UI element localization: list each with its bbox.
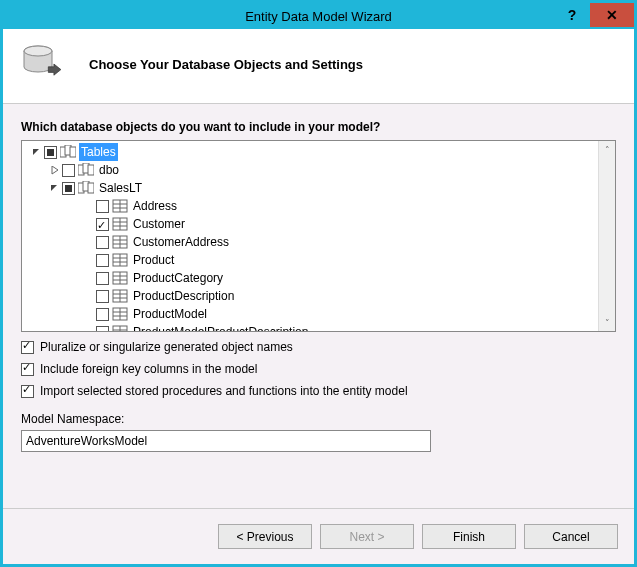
table-icon bbox=[112, 289, 128, 303]
tree-label-customeraddress: CustomerAddress bbox=[131, 233, 231, 251]
namespace-label: Model Namespace: bbox=[21, 412, 616, 426]
tree-node-customer[interactable]: Customer bbox=[24, 215, 598, 233]
tree-label-productcategory: ProductCategory bbox=[131, 269, 225, 287]
schema-icon bbox=[78, 163, 94, 177]
checkbox-dbo[interactable] bbox=[62, 164, 75, 177]
tree-label-productmodelproductdescription: ProductModelProductDescription bbox=[131, 323, 310, 331]
tree-node-productmodel[interactable]: ProductModel bbox=[24, 305, 598, 323]
checkbox-productmodelproductdescription[interactable] bbox=[96, 326, 109, 332]
table-icon bbox=[112, 325, 128, 331]
header-text: Choose Your Database Objects and Setting… bbox=[89, 57, 363, 72]
table-icon bbox=[112, 217, 128, 231]
tree-label-address: Address bbox=[131, 197, 179, 215]
titlebar-buttons: ? ✕ bbox=[554, 3, 634, 27]
checkbox-fk[interactable] bbox=[21, 363, 34, 376]
svg-rect-4 bbox=[70, 147, 76, 157]
tree-node-saleslt[interactable]: SalesLT bbox=[24, 179, 598, 197]
scroll-up-icon[interactable]: ˄ bbox=[599, 141, 615, 158]
table-icon bbox=[112, 253, 128, 267]
checkbox-address[interactable] bbox=[96, 200, 109, 213]
help-button[interactable]: ? bbox=[554, 3, 590, 27]
checkbox-sp[interactable] bbox=[21, 385, 34, 398]
checkbox-product[interactable] bbox=[96, 254, 109, 267]
tree-node-product[interactable]: Product bbox=[24, 251, 598, 269]
tree-label-productdescription: ProductDescription bbox=[131, 287, 236, 305]
scroll-track[interactable] bbox=[599, 158, 615, 314]
schema-icon bbox=[78, 181, 94, 195]
cancel-button[interactable]: Cancel bbox=[524, 524, 618, 549]
prompt-text: Which database objects do you want to in… bbox=[21, 120, 616, 134]
svg-point-1 bbox=[24, 46, 52, 56]
finish-button[interactable]: Finish bbox=[422, 524, 516, 549]
checkbox-customer[interactable] bbox=[96, 218, 109, 231]
tree-node-tables[interactable]: Tables bbox=[24, 143, 598, 161]
option-fk-label: Include foreign key columns in the model bbox=[40, 362, 257, 376]
expand-icon[interactable] bbox=[48, 164, 60, 176]
checkbox-productmodel[interactable] bbox=[96, 308, 109, 321]
object-tree[interactable]: Tables dbo SalesLT Addres bbox=[22, 141, 598, 331]
checkbox-saleslt[interactable] bbox=[62, 182, 75, 195]
table-icon bbox=[112, 235, 128, 249]
database-icon bbox=[21, 43, 67, 85]
option-pluralize[interactable]: Pluralize or singularize generated objec… bbox=[21, 340, 616, 354]
namespace-input[interactable] bbox=[21, 430, 431, 452]
wizard-window: Entity Data Model Wizard ? ✕ Choose Your… bbox=[0, 0, 637, 567]
scroll-down-icon[interactable]: ˅ bbox=[599, 314, 615, 331]
close-button[interactable]: ✕ bbox=[590, 3, 634, 27]
option-fk[interactable]: Include foreign key columns in the model bbox=[21, 362, 616, 376]
wizard-header: Choose Your Database Objects and Setting… bbox=[3, 29, 634, 104]
titlebar: Entity Data Model Wizard ? ✕ bbox=[3, 3, 634, 29]
svg-rect-10 bbox=[88, 183, 94, 193]
tree-label-saleslt: SalesLT bbox=[97, 179, 144, 197]
option-sp-label: Import selected stored procedures and fu… bbox=[40, 384, 408, 398]
footer: < Previous Next > Finish Cancel bbox=[3, 508, 634, 564]
tree-node-address[interactable]: Address bbox=[24, 197, 598, 215]
tree-label-product: Product bbox=[131, 251, 176, 269]
tree-label-customer: Customer bbox=[131, 215, 187, 233]
tree-label-productmodel: ProductModel bbox=[131, 305, 209, 323]
table-icon bbox=[112, 199, 128, 213]
scrollbar[interactable]: ˄ ˅ bbox=[598, 141, 615, 331]
content-area: Which database objects do you want to in… bbox=[3, 104, 634, 509]
checkbox-productdescription[interactable] bbox=[96, 290, 109, 303]
next-button: Next > bbox=[320, 524, 414, 549]
checkbox-pluralize[interactable] bbox=[21, 341, 34, 354]
tree-container: Tables dbo SalesLT Addres bbox=[21, 140, 616, 332]
tree-node-customeraddress[interactable]: CustomerAddress bbox=[24, 233, 598, 251]
svg-rect-7 bbox=[88, 165, 94, 175]
table-icon bbox=[112, 307, 128, 321]
checkbox-tables[interactable] bbox=[44, 146, 57, 159]
tables-icon bbox=[60, 145, 76, 159]
option-sp[interactable]: Import selected stored procedures and fu… bbox=[21, 384, 616, 398]
checkbox-productcategory[interactable] bbox=[96, 272, 109, 285]
tree-label-tables: Tables bbox=[79, 143, 118, 161]
tree-node-dbo[interactable]: dbo bbox=[24, 161, 598, 179]
tree-label-dbo: dbo bbox=[97, 161, 121, 179]
expand-icon[interactable] bbox=[48, 182, 60, 194]
tree-node-productmodelproductdescription[interactable]: ProductModelProductDescription bbox=[24, 323, 598, 331]
tree-node-productcategory[interactable]: ProductCategory bbox=[24, 269, 598, 287]
previous-button[interactable]: < Previous bbox=[218, 524, 312, 549]
expand-icon[interactable] bbox=[30, 146, 42, 158]
checkbox-customeraddress[interactable] bbox=[96, 236, 109, 249]
tree-node-productdescription[interactable]: ProductDescription bbox=[24, 287, 598, 305]
table-icon bbox=[112, 271, 128, 285]
option-pluralize-label: Pluralize or singularize generated objec… bbox=[40, 340, 293, 354]
window-title: Entity Data Model Wizard bbox=[3, 9, 634, 24]
